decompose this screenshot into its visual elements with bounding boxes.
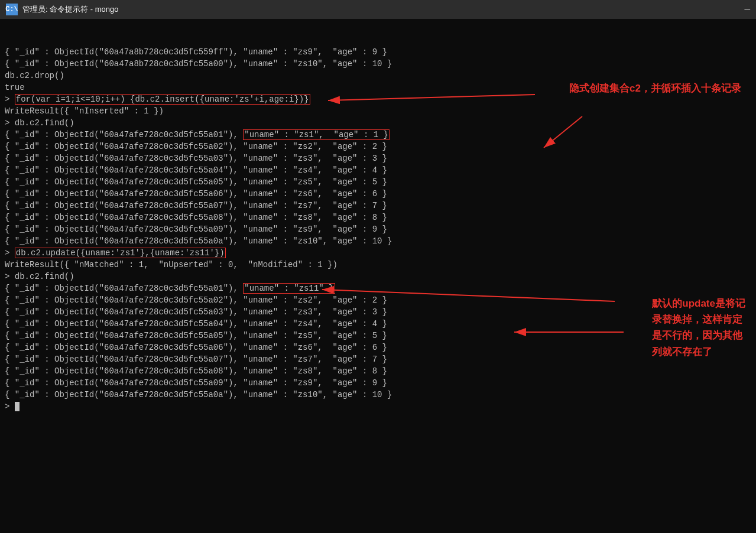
cmd-icon: C:\ — [6, 4, 18, 15]
zs11-record-highlight: "uname" : "zs11" } — [243, 283, 335, 294]
terminal-content: { "_id" : ObjectId("60a47a8b728c0c3d5fc5… — [5, 22, 751, 424]
title-bar: C:\ 管理员: 命令提示符 - mongo — — [0, 0, 756, 19]
cursor — [15, 402, 20, 411]
window-title: 管理员: 命令提示符 - mongo — [22, 4, 119, 15]
for-loop-command: for(var i=1;i<=10;i++) {db.c2.insert({un… — [15, 94, 310, 105]
update-command: db.c2.update({uname:'zs1'},{uname:'zs11'… — [15, 248, 226, 258]
zs1-record-highlight: "uname" : "zs1", "age" : 1 } — [243, 129, 390, 140]
window: C:\ 管理员: 命令提示符 - mongo — { "_id" : Objec… — [0, 0, 756, 533]
title-bar-left: C:\ 管理员: 命令提示符 - mongo — [6, 4, 119, 15]
minimize-button[interactable]: — — [744, 4, 750, 15]
line-1: { "_id" : ObjectId("60a47a8b728c0c3d5fc5… — [5, 47, 392, 411]
terminal-body: { "_id" : ObjectId("60a47a8b728c0c3d5fc5… — [0, 19, 756, 533]
